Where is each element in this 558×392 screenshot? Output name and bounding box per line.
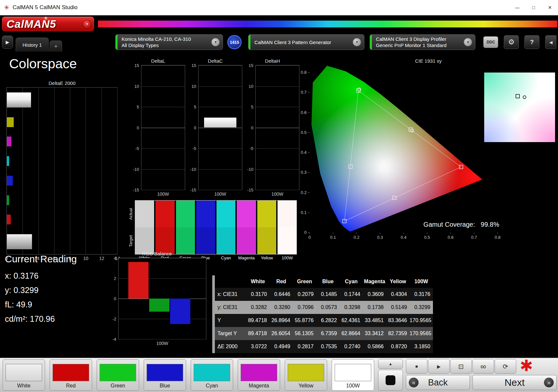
pattern-button-cyan[interactable]: Cyan	[191, 359, 233, 391]
table-cell: 0.5866	[363, 340, 387, 353]
y-tick-label: 10	[135, 84, 139, 89]
table-cell: 0.4304	[386, 288, 410, 301]
next-button[interactable]: Next »	[472, 375, 557, 390]
session-play-button[interactable]: ▶	[2, 36, 13, 49]
pattern-button-label: Green	[97, 383, 139, 389]
gridline	[141, 107, 185, 107]
y-tick-label: -2	[112, 317, 116, 321]
dropdown-caret-icon[interactable]: ▼	[353, 38, 361, 46]
y-tick-label: 15	[192, 63, 196, 68]
pattern-button-blue[interactable]: Blue	[144, 359, 186, 391]
tab-history-1[interactable]: History 1	[16, 38, 49, 52]
target-row-label: Target	[128, 227, 135, 254]
play-button[interactable]: ▶	[428, 359, 450, 374]
actual-swatch	[155, 201, 174, 227]
gridline	[256, 65, 299, 66]
refresh-button[interactable]: ⟳	[495, 359, 516, 374]
continuous-read-button[interactable]: ∞	[472, 359, 494, 374]
dropdown-caret-icon[interactable]: ▼	[464, 38, 472, 46]
workspace: Colorspace DeltaE 2000 02468101214 Delta…	[0, 52, 558, 358]
deltah-chart: DeltaH 151050-5-10-15 100W	[246, 58, 299, 197]
table-cell: 0.2817	[293, 340, 316, 353]
pattern-button-100w[interactable]: 100W	[332, 359, 374, 391]
actual-swatch	[257, 201, 276, 227]
table-cell: 0.3280	[270, 301, 293, 314]
row-label: Y	[215, 314, 246, 327]
pattern-button-white[interactable]: White	[3, 359, 45, 391]
pattern-button-label: Cyan	[191, 383, 233, 389]
stop-button[interactable]: ■	[406, 359, 427, 374]
rgb-balance-title: RGB Balance	[108, 251, 206, 256]
table-header: Magenta	[363, 275, 387, 288]
pattern-button-yellow[interactable]: Yellow	[285, 359, 327, 391]
gridline	[256, 190, 299, 190]
reading-cdm2: cd/m²: 170.96	[5, 312, 77, 326]
y-tick-label: 5	[137, 105, 139, 109]
y-tick-label: 4	[114, 256, 116, 261]
actual-target-swatches	[135, 200, 297, 254]
table-cell: 0.7096	[293, 301, 316, 314]
frame-button[interactable]: ⊡	[450, 359, 472, 374]
swatch-column-magenta	[237, 201, 256, 254]
pattern-button-red[interactable]: Red	[50, 359, 92, 391]
y-tick-label: 0	[194, 125, 196, 130]
pattern-window-button[interactable]	[378, 370, 403, 391]
logo-dropdown-icon[interactable]: ▼	[83, 20, 91, 28]
svg-text:0: 0	[308, 235, 311, 240]
row-label: y: CIE31	[215, 301, 246, 314]
svg-text:0.3: 0.3	[377, 235, 383, 240]
gridline	[141, 86, 185, 87]
deltae-bar-red	[7, 215, 11, 224]
svg-text:0.8: 0.8	[301, 70, 307, 75]
help-button[interactable]: ?	[524, 35, 539, 49]
swatch-column-cyan	[216, 201, 235, 254]
reading-fl: fL: 49.9	[5, 297, 77, 312]
gridline	[256, 107, 299, 107]
reading-x: x: 0.3176	[5, 269, 77, 283]
svg-text:0.4: 0.4	[401, 235, 407, 240]
deltae-bar-yellow	[7, 117, 14, 127]
table-cell: 170.9565	[410, 314, 433, 327]
deltal-title: DeltaL	[131, 58, 185, 64]
maximize-button[interactable]: □	[525, 0, 542, 15]
deltac-plot: 151050-5-10-15	[198, 65, 242, 190]
results-table-panel: WhiteRedGreenBlueCyanMagentaYellow100W x…	[212, 275, 433, 353]
ddc-button[interactable]: DDC	[483, 36, 498, 48]
svg-text:0.7: 0.7	[471, 235, 477, 240]
y-tick-label: -5	[249, 146, 253, 151]
next-chevron-icon: »	[544, 378, 554, 387]
table-cell: 82.7359	[386, 327, 410, 340]
frame-icon: ⊡	[458, 363, 464, 370]
pattern-source-dropdown[interactable]: CalMAN Client 3 Pattern Generator ▼	[248, 34, 364, 50]
back-button[interactable]: « Back	[406, 375, 470, 390]
pattern-button-magenta[interactable]: Magenta	[238, 359, 280, 391]
y-tick-label: -15	[190, 188, 196, 192]
gridline	[199, 86, 242, 87]
current-reading-title: Current Reading	[5, 253, 77, 265]
refresh-icon: ⟳	[503, 363, 508, 370]
gridline	[256, 86, 299, 87]
up-arrow-icon: ▲	[389, 362, 392, 366]
close-button[interactable]: ✕	[542, 0, 558, 15]
deltae-bar-100w	[7, 234, 32, 249]
gridline	[141, 190, 185, 190]
display-profiler-name: CalMAN Client 3 Display Profiler	[376, 36, 461, 42]
pattern-button-green[interactable]: Green	[97, 359, 139, 391]
minimize-button[interactable]: —	[509, 0, 525, 15]
y-tick-label: -10	[190, 167, 196, 172]
add-tab-button[interactable]: +	[50, 41, 62, 52]
actual-row-label: Actual	[128, 200, 135, 227]
settings-gear-icon[interactable]: ⚙	[504, 35, 519, 49]
display-profile-dropdown[interactable]: CalMAN Client 3 Display Profiler Generic…	[370, 34, 475, 50]
collapse-panel-icon[interactable]: ◀	[545, 35, 556, 49]
meter-dropdown[interactable]: Konica Minolta CA-210, CA-310 All Displa…	[115, 34, 223, 50]
swatch-name: Cyan	[216, 254, 236, 262]
y-tick-label: 0	[114, 296, 116, 301]
toolbar: ▶ History 1 + Konica Minolta CA-210, CA-…	[0, 33, 558, 52]
nav-up-button[interactable]: ▲	[378, 359, 403, 369]
dropdown-caret-icon[interactable]: ▼	[211, 38, 220, 46]
actual-swatch	[135, 201, 154, 227]
deltae2000-title: DeltaE 2000	[7, 80, 118, 86]
deltal-xlabel: 100W	[141, 191, 185, 197]
svg-text:0.6: 0.6	[301, 110, 307, 115]
